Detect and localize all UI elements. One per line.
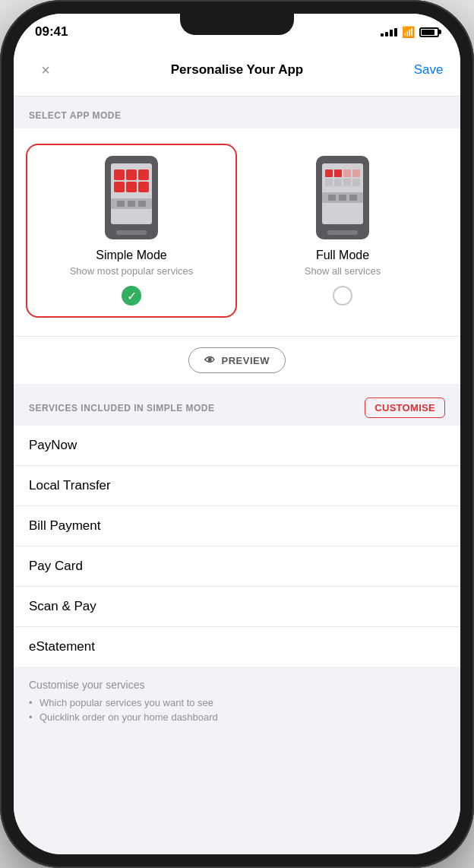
service-item-bill-payment: Bill Payment (14, 506, 460, 546)
bottom-note-item-2: Quicklink order on your home dashboard (29, 711, 445, 723)
battery-icon (419, 27, 439, 37)
status-time: 09:41 (35, 24, 68, 40)
service-item-paynow: PayNow (14, 426, 460, 466)
simple-mode-name: Simple Mode (96, 249, 166, 262)
service-item-estatement: eStatement (14, 627, 460, 667)
bottom-note-title: Customise your services (29, 679, 445, 691)
bottom-note-item-1: Which popular services you want to see (29, 697, 445, 708)
simple-mode-radio[interactable]: ✓ (122, 286, 141, 306)
services-section-label: SERVICES INCLUDED IN SIMPLE MODE (29, 403, 214, 413)
service-item-scan-pay: Scan & Pay (14, 587, 460, 627)
customise-button[interactable]: CUSTOMISE (365, 398, 445, 418)
preview-button[interactable]: 👁 PREVIEW (188, 347, 286, 373)
preview-label: PREVIEW (222, 355, 270, 366)
services-header: SERVICES INCLUDED IN SIMPLE MODE CUSTOMI… (14, 384, 460, 426)
wifi-icon: 📶 (402, 26, 415, 38)
simple-mode-card[interactable]: Simple Mode Show most popular services ✓ (26, 144, 237, 318)
simple-mode-desc: Show most popular services (70, 265, 194, 277)
full-mode-name: Full Mode (316, 249, 369, 262)
simple-mode-illustration (105, 156, 158, 239)
full-mode-illustration (316, 156, 369, 239)
mode-selection: Simple Mode Show most popular services ✓ (14, 128, 460, 336)
phone-screen: 09:41 📶 × Personalise Your App (14, 14, 460, 854)
full-mode-card[interactable]: Full Mode Show all services (237, 144, 448, 318)
bottom-note: Customise your services Which popular se… (14, 667, 460, 744)
close-button[interactable]: × (29, 53, 62, 87)
status-icons: 📶 (381, 26, 439, 38)
service-item-local-transfer: Local Transfer (14, 466, 460, 506)
page-title: Personalise Your App (171, 62, 303, 78)
phone-frame: 09:41 📶 × Personalise Your App (0, 0, 474, 868)
save-button[interactable]: Save (412, 53, 445, 87)
signal-icon (381, 28, 397, 36)
service-item-pay-card: Pay Card (14, 546, 460, 587)
nav-bar: × Personalise Your App Save (14, 46, 460, 97)
full-mode-radio[interactable] (333, 286, 352, 306)
content-area: SELECT APP MODE (14, 97, 460, 854)
full-mode-desc: Show all services (305, 265, 381, 277)
phone-notch (180, 14, 294, 35)
eye-icon: 👁 (204, 354, 216, 366)
preview-container: 👁 PREVIEW (14, 336, 460, 384)
app-mode-section-header: SELECT APP MODE (14, 97, 460, 128)
services-list: PayNow Local Transfer Bill Payment Pay C… (14, 426, 460, 667)
